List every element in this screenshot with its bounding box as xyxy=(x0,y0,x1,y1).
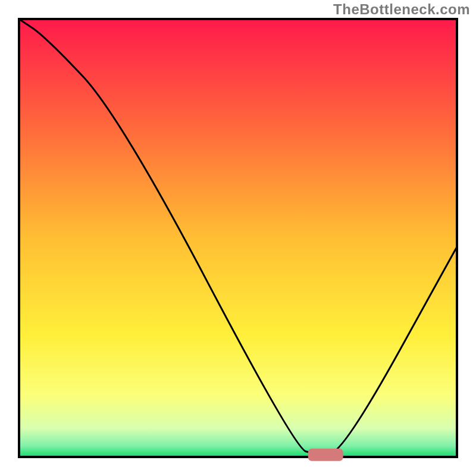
optimal-band-marker xyxy=(308,449,343,461)
watermark-text: TheBottleneck.com xyxy=(333,1,470,18)
chart-frame: TheBottleneck.com xyxy=(0,0,476,476)
plot-background xyxy=(19,19,457,457)
chart-svg xyxy=(0,0,476,476)
